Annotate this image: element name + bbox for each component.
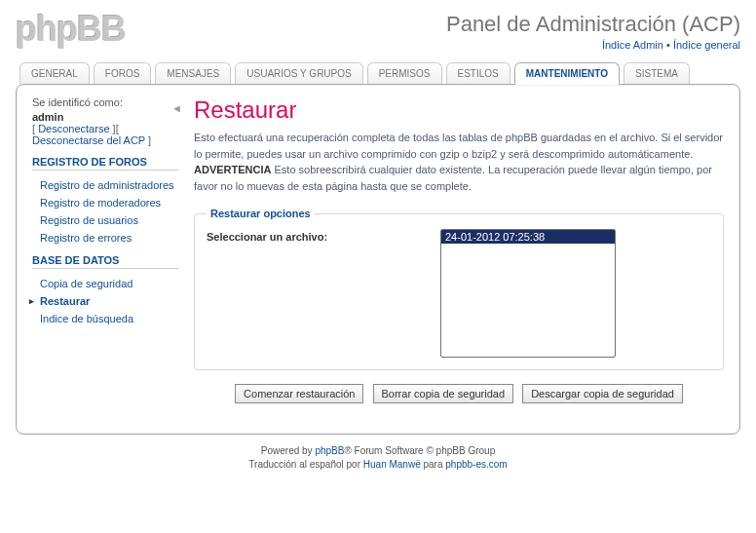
sidebar-link[interactable]: Registro de moderadores — [40, 197, 161, 209]
phpbb-logo: phpBB — [16, 12, 126, 47]
tab-permisos[interactable]: PERMISOS — [367, 62, 442, 84]
admin-index-link[interactable]: Índice Admin — [602, 39, 663, 51]
page-description: Esto efectuará una recuperación completa… — [194, 130, 724, 194]
general-index-link[interactable]: Índice general — [673, 39, 740, 51]
sidebar-item[interactable]: Copia de seguridad — [32, 275, 178, 292]
sidebar-item[interactable]: Restaurar — [32, 292, 178, 310]
translator-link[interactable]: Huan Manwë — [363, 459, 421, 470]
tab-foros[interactable]: FOROS — [94, 62, 152, 84]
action-buttons: Comenzar restauración Borrar copia de se… — [194, 384, 724, 403]
main-panel: Se identificó como: ◄ admin [ Desconecta… — [16, 84, 740, 435]
start-restore-button[interactable]: Comenzar restauración — [235, 384, 363, 403]
backup-file-select[interactable]: 24-01-2012 07:25:38 — [440, 229, 616, 358]
sidebar-item[interactable]: Registro de errores — [32, 229, 178, 247]
logout-acp-link[interactable]: Desconectarse del ACP — [32, 134, 145, 146]
sidebar-item[interactable]: Registro de usuarios — [32, 211, 178, 229]
phpbb-es-link[interactable]: phpbb-es.com — [445, 459, 507, 470]
sidebar-link[interactable]: Registro de usuarios — [40, 214, 138, 226]
separator-dot: • — [663, 39, 673, 51]
collapse-arrow-icon[interactable]: ◄ — [171, 102, 182, 114]
phpbb-link[interactable]: phpBB — [315, 445, 344, 456]
download-backup-button[interactable]: Descargar copia de seguridad — [522, 384, 683, 403]
acp-title: Panel de Administración (ACP) — [446, 12, 740, 37]
sidebar-list-db: Copia de seguridadRestaurarIndice de bús… — [32, 275, 178, 327]
tab-estilos[interactable]: ESTILOS — [446, 62, 510, 84]
restore-options-fieldset: Restaurar opciones Seleccionar un archiv… — [194, 208, 724, 370]
sidebar-link[interactable]: Registro de administradores — [40, 179, 174, 191]
login-username: admin — [32, 111, 178, 123]
sidebar-item[interactable]: Indice de búsqueda — [32, 310, 178, 327]
sidebar-heading-logs: REGISTRO DE FOROS — [32, 156, 178, 171]
tab-usuarios-y-grupos[interactable]: USUARIOS Y GRUPOS — [235, 62, 362, 84]
tab-general[interactable]: GENERAL — [19, 62, 90, 84]
sidebar-item[interactable]: Registro de moderadores — [32, 194, 178, 211]
footer: Powered by phpBB® Forum Software © phpBB… — [16, 444, 740, 472]
sidebar-link[interactable]: Indice de búsqueda — [40, 313, 133, 324]
select-file-label: Seleccionar un archivo: — [207, 229, 421, 243]
sidebar-item[interactable]: Registro de administradores — [32, 176, 178, 194]
restore-options-legend: Restaurar opciones — [207, 208, 315, 219]
delete-backup-button[interactable]: Borrar copia de seguridad — [373, 384, 514, 403]
sidebar-list-logs: Registro de administradoresRegistro de m… — [32, 176, 178, 247]
tab-mantenimiento[interactable]: MANTENIMIENTO — [514, 62, 620, 85]
tab-sistema[interactable]: SISTEMA — [624, 62, 690, 84]
main-tabs: GENERALFOROSMENSAJESUSUARIOS Y GRUPOSPER… — [16, 62, 740, 84]
page-title: Restaurar — [194, 96, 724, 124]
tab-mensajes[interactable]: MENSAJES — [155, 62, 231, 84]
logout-link[interactable]: Desconectarse — [38, 123, 109, 134]
sidebar-link[interactable]: Copia de seguridad — [40, 278, 132, 289]
login-info: Se identificó como: ◄ — [32, 96, 178, 108]
sidebar-heading-db: BASE DE DATOS — [32, 254, 178, 269]
sidebar-link[interactable]: Registro de errores — [40, 232, 132, 244]
